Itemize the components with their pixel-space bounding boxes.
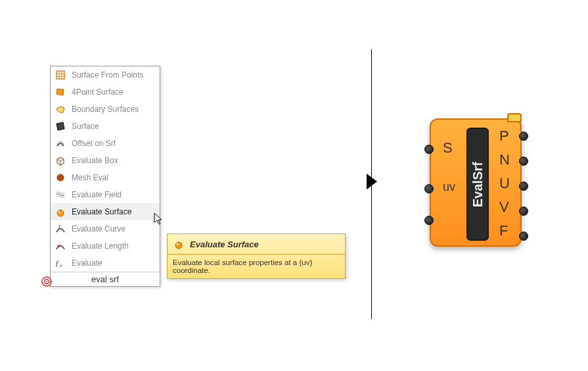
menu-item-surface[interactable]: Surface bbox=[51, 118, 160, 135]
tooltip: Evaluate Surface Evaluate local surface … bbox=[167, 234, 346, 279]
quad-icon bbox=[55, 86, 66, 98]
input-grip-icon[interactable] bbox=[424, 184, 434, 193]
menu-item-label: Surface From Points bbox=[72, 70, 143, 80]
menu-item-label: Offset on Srf bbox=[72, 139, 116, 148]
offset-icon bbox=[55, 137, 66, 149]
sphere-icon bbox=[55, 172, 66, 184]
output-grip-icon[interactable] bbox=[519, 157, 528, 166]
field-icon bbox=[55, 189, 66, 201]
svg-marker-5 bbox=[57, 89, 64, 95]
svg-point-16 bbox=[58, 245, 60, 247]
tooltip-description: Evaluate local surface properties at a {… bbox=[168, 255, 345, 278]
menu-item-offset-on-srf[interactable]: Offset on Srf bbox=[51, 135, 160, 152]
menu-item-evaluate-box[interactable]: Evaluate Box bbox=[51, 152, 160, 169]
menu-item-4point-surface[interactable]: 4Point Surface bbox=[51, 84, 160, 101]
length-icon bbox=[55, 240, 66, 252]
component-tab-icon bbox=[507, 113, 522, 122]
svg-point-13 bbox=[57, 210, 64, 216]
output-grip-icon[interactable] bbox=[519, 207, 528, 216]
output-grip-icon[interactable] bbox=[519, 182, 528, 191]
evaluate-surface-icon bbox=[173, 238, 185, 250]
menu-item-boundary-surfaces[interactable]: Boundary Surfaces bbox=[51, 101, 160, 118]
input-grip-icon[interactable] bbox=[424, 145, 434, 154]
menu-item-label: Evaluate Field bbox=[72, 190, 122, 199]
menu-item-label: Evaluate bbox=[72, 259, 102, 268]
menu-item-label: Evaluate Box bbox=[72, 156, 118, 165]
output-v[interactable]: V bbox=[499, 199, 510, 216]
menu-item-evaluate-curve[interactable]: t Evaluate Curve bbox=[51, 220, 160, 237]
svg-rect-0 bbox=[57, 71, 64, 79]
svg-line-9 bbox=[60, 159, 64, 161]
output-grip-icon[interactable] bbox=[519, 132, 528, 141]
search-input[interactable] bbox=[55, 274, 156, 284]
menu-item-label: Evaluate Surface bbox=[72, 207, 131, 216]
svg-point-22 bbox=[175, 242, 182, 249]
output-n[interactable]: N bbox=[499, 151, 510, 168]
menu-item-label: Evaluate Curve bbox=[72, 224, 125, 234]
fx-icon: fx bbox=[55, 257, 66, 269]
input-grip-icon[interactable] bbox=[424, 216, 434, 225]
component-outputs: P N U V F bbox=[499, 128, 510, 239]
component-name: EvalSrf bbox=[470, 162, 486, 207]
svg-text:t: t bbox=[58, 224, 60, 230]
surface-icon bbox=[55, 120, 66, 132]
menu-item-label: Boundary Surfaces bbox=[72, 105, 139, 114]
tooltip-header: Evaluate Surface bbox=[168, 234, 345, 255]
svg-text:x: x bbox=[59, 262, 62, 268]
box-icon bbox=[55, 155, 66, 166]
curve-t-icon: t bbox=[55, 223, 66, 235]
output-u[interactable]: U bbox=[499, 175, 510, 192]
menu-item-label: Surface bbox=[72, 122, 99, 131]
menu-item-evaluate-surface[interactable]: Evaluate Surface bbox=[51, 203, 160, 220]
menu-item-evaluate[interactable]: fx Evaluate bbox=[51, 255, 160, 272]
grid-icon bbox=[55, 69, 66, 81]
svg-point-23 bbox=[177, 243, 179, 245]
menu-item-evaluate-field[interactable]: Evaluate Field bbox=[51, 186, 160, 203]
target-icon bbox=[41, 276, 53, 287]
svg-text:f: f bbox=[56, 259, 59, 267]
menu-item-surface-from-points[interactable]: Surface From Points bbox=[51, 66, 160, 84]
svg-marker-6 bbox=[57, 122, 64, 130]
input-s[interactable]: S bbox=[443, 139, 455, 157]
menu-item-label: Evaluate Length bbox=[72, 241, 129, 251]
output-p[interactable]: P bbox=[499, 128, 510, 145]
svg-point-14 bbox=[58, 211, 60, 213]
cursor-icon bbox=[154, 212, 164, 226]
input-uv[interactable]: uv bbox=[443, 180, 455, 194]
tooltip-title: Evaluate Surface bbox=[190, 239, 259, 249]
output-f[interactable]: F bbox=[499, 222, 510, 239]
menu-item-label: 4Point Surface bbox=[72, 87, 124, 97]
svg-point-11 bbox=[57, 174, 64, 181]
component-search-menu: Surface From Points 4Point Surface Bound… bbox=[50, 66, 160, 287]
svg-line-8 bbox=[57, 159, 60, 161]
menu-item-label: Mesh Eval bbox=[72, 173, 108, 182]
component-title-strip: EvalSrf bbox=[466, 128, 489, 241]
boundary-icon bbox=[55, 103, 66, 115]
svg-point-21 bbox=[46, 281, 47, 282]
evaluate-surface-icon bbox=[55, 206, 66, 218]
output-grip-icon[interactable] bbox=[519, 232, 528, 241]
menu-item-evaluate-length[interactable]: Evaluate Length bbox=[51, 237, 160, 255]
component-inputs: S uv bbox=[443, 139, 455, 194]
arrow-right-icon bbox=[367, 174, 377, 189]
evalsrf-component[interactable]: EvalSrf S uv P N U V F bbox=[420, 113, 532, 251]
menu-item-mesh-eval[interactable]: Mesh Eval bbox=[51, 169, 160, 186]
